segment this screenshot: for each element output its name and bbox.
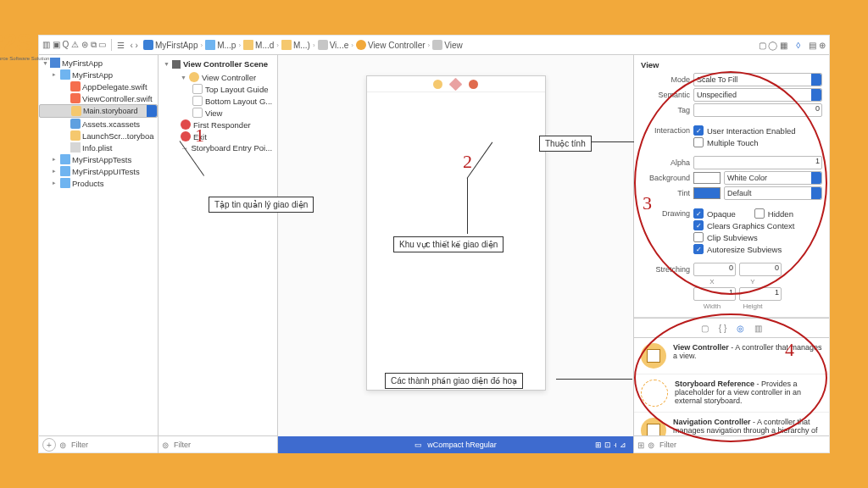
filter-icon: ⊚: [162, 441, 169, 450]
outline-item[interactable]: View: [159, 107, 277, 119]
callout-2: Khu vực thiết kế giao diện: [393, 236, 504, 252]
project-navigator: ▼MyFirstApp ▸MyFirstAppAppDelegate.swift…: [39, 55, 159, 453]
tag-field[interactable]: 0: [693, 103, 822, 117]
outline-item[interactable]: →Storyboard Entry Poi...: [159, 142, 277, 153]
scene-header[interactable]: ▼View Controller Scene: [159, 57, 277, 71]
first-responder-icon[interactable]: [449, 77, 463, 91]
tint-swatch[interactable]: [693, 187, 721, 199]
uie-checkbox[interactable]: ✓: [693, 125, 704, 136]
cgc-checkbox[interactable]: ✓: [693, 220, 704, 230]
outline-item[interactable]: Top Layout Guide: [159, 83, 277, 95]
stretch-x[interactable]: 0: [693, 263, 736, 276]
document-outline: ▼View Controller Scene ▼View ControllerT…: [159, 55, 278, 453]
alpha-field[interactable]: 1: [693, 156, 822, 169]
semantic-select[interactable]: Unspecified: [693, 88, 822, 102]
library-filter[interactable]: ⊞⊚: [634, 435, 829, 453]
exit-icon[interactable]: [469, 80, 478, 89]
callout-3: Thuộc tính: [539, 136, 592, 152]
nav-item[interactable]: ▸Products: [39, 177, 158, 189]
hidden-checkbox[interactable]: [754, 208, 765, 219]
nav-item[interactable]: ▸MyFirstApp: [39, 69, 158, 80]
stretch-y[interactable]: 0: [739, 263, 782, 276]
filter-input[interactable]: [70, 440, 124, 450]
object-library[interactable]: View Controller - A controller that mana…: [634, 338, 829, 435]
callout-4: Các thành phần giao diện đồ hoạ: [385, 373, 523, 389]
navigator-tabs[interactable]: ▥ ▣ Q ⚠ ⊜ ⧉ ▭: [42, 40, 106, 50]
history-nav[interactable]: ‹ ›: [130, 41, 137, 50]
bg-select[interactable]: White Color: [724, 171, 822, 185]
inspector-tabs-top[interactable]: ▢ ◯ ▦ ◊ ▤ ⊕: [759, 41, 826, 50]
filter-icon: ⊚: [648, 441, 654, 450]
opaque-checkbox[interactable]: ✓: [693, 208, 704, 219]
library-item[interactable]: View Controller - A controller that mana…: [634, 338, 829, 374]
library-item[interactable]: Storyboard Reference - Provides a placeh…: [634, 374, 829, 413]
nav-item[interactable]: ▸MyFirstAppUITests: [39, 165, 158, 177]
library-item-icon: [641, 380, 668, 407]
auto-checkbox[interactable]: ✓: [693, 244, 704, 254]
library-tabs[interactable]: ▢{ }◎▥: [634, 318, 829, 338]
nav-item[interactable]: LaunchScr...toryboa: [39, 130, 158, 141]
vc-icon[interactable]: [433, 80, 442, 89]
add-icon[interactable]: +: [42, 438, 56, 452]
outline-item[interactable]: Bottom Layout G...: [159, 95, 277, 107]
bg-swatch[interactable]: [693, 172, 721, 184]
outline-filter[interactable]: ⊚: [159, 435, 277, 453]
canvas[interactable]: ▭ wCompact hRegular ⊞ ⊡ ⫞ ⊿: [278, 55, 634, 453]
section-title: View: [641, 60, 822, 69]
library-item[interactable]: Navigation Controller - A controller tha…: [634, 413, 829, 435]
library-item-icon: [641, 343, 666, 369]
nav-item[interactable]: Assets.xcassets: [39, 118, 158, 130]
callout-1: Tập tin quản lý giao diện: [209, 197, 314, 213]
filter-icon: ⊚: [59, 441, 66, 450]
size-class-bar[interactable]: ▭ wCompact hRegular ⊞ ⊡ ⫞ ⊿: [278, 436, 633, 453]
filter-input[interactable]: [658, 440, 712, 450]
nav-item[interactable]: Info.plist: [39, 141, 158, 153]
library-item-icon: [641, 418, 666, 435]
utilities-panel: View ModeScale To Fill SemanticUnspecifi…: [634, 55, 829, 453]
toolbar: ▥ ▣ Q ⚠ ⊜ ⧉ ▭ ☰ ‹ › MyFirstApp› M...p› M…: [39, 36, 829, 55]
nav-item[interactable]: AppDelegate.swift: [39, 80, 158, 92]
stretch-w[interactable]: 1: [693, 287, 736, 301]
nav-item[interactable]: ViewController.swift: [39, 92, 158, 104]
tint-select[interactable]: Default: [724, 186, 822, 200]
mode-select[interactable]: Scale To Fill: [693, 73, 822, 86]
nav-root[interactable]: ▼MyFirstApp: [39, 57, 158, 69]
outline-item[interactable]: ▼View Controller: [159, 71, 277, 83]
scene-dock[interactable]: [367, 76, 545, 92]
nav-item[interactable]: ▸MyFirstAppTests: [39, 153, 158, 165]
outline-item[interactable]: First Responder: [159, 119, 277, 130]
view-controller-surface[interactable]: [366, 75, 546, 391]
nav-item[interactable]: Main.storyboard: [39, 104, 158, 118]
clip-checkbox[interactable]: [693, 232, 704, 242]
navigator-filter[interactable]: + ⊚: [39, 435, 158, 453]
filter-input[interactable]: [172, 440, 226, 450]
breadcrumb[interactable]: MyFirstApp› M...p› M...d› M...)› Vi...e›…: [143, 40, 463, 50]
mt-checkbox[interactable]: [693, 137, 704, 147]
stretch-h[interactable]: 1: [739, 287, 782, 301]
brand-logo: R2S Resource Software Solution: [0, 29, 49, 61]
outline-item[interactable]: Exit: [159, 130, 277, 142]
outline-toggle-icon[interactable]: ☰: [117, 41, 125, 50]
